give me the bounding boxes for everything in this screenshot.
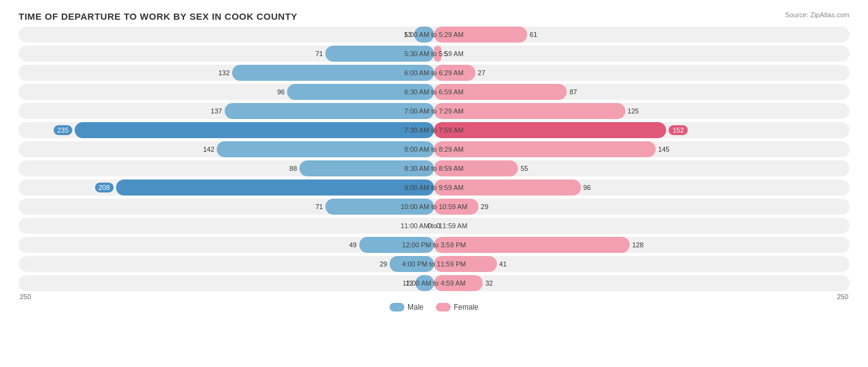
- female-value: 125: [628, 107, 639, 115]
- table-row: 7:00 AM to 7:29 AM137125: [19, 102, 849, 120]
- axis-right: 250: [837, 293, 848, 300]
- legend-male-label: Male: [407, 303, 424, 311]
- female-value: 128: [632, 241, 643, 249]
- female-value: 32: [485, 279, 493, 287]
- male-swatch: [390, 303, 404, 311]
- table-row: 5:00 AM to 5:29 AM1361: [19, 25, 849, 43]
- female-value: 27: [478, 69, 485, 76]
- male-value: 132: [219, 69, 230, 76]
- male-value: 49: [349, 241, 356, 249]
- male-value: 235: [54, 125, 72, 135]
- time-label: 5:30 AM to 5:59 AM: [404, 50, 464, 57]
- female-value: 96: [583, 184, 591, 191]
- table-row: 4:00 PM to 11:59 PM2941: [19, 255, 849, 273]
- axis-left: 250: [20, 293, 31, 300]
- male-bar: [75, 122, 434, 138]
- male-value: 13: [404, 31, 412, 38]
- time-label: 6:00 AM to 6:29 AM: [404, 69, 464, 76]
- chart-title: TIME OF DEPARTURE TO WORK BY SEX IN COOK…: [19, 11, 849, 22]
- male-value: 71: [315, 50, 323, 57]
- table-row: 12:00 AM to 4:59 AM1232: [19, 274, 849, 292]
- axis-labels: 250 250: [19, 293, 849, 300]
- chart-container: TIME OF DEPARTURE TO WORK BY SEX IN COOK…: [0, 0, 868, 367]
- male-value: 88: [290, 165, 297, 172]
- source-label: Source: ZipAtlas.com: [785, 11, 849, 19]
- time-label: 8:00 AM to 8:29 AM: [404, 146, 464, 153]
- time-label: 10:00 AM to 10:59 AM: [401, 203, 467, 210]
- female-value: 41: [499, 260, 507, 268]
- male-bar: [225, 103, 434, 119]
- time-label: 5:00 AM to 5:29 AM: [404, 31, 464, 38]
- rows-wrapper: 5:00 AM to 5:29 AM13615:30 AM to 5:59 AM…: [19, 25, 849, 292]
- table-row: 6:30 AM to 6:59 AM9687: [19, 83, 849, 101]
- time-label: 7:30 AM to 7:59 AM: [404, 126, 464, 134]
- male-value: 12: [406, 279, 413, 287]
- legend-female-label: Female: [454, 303, 478, 311]
- time-label: 7:00 AM to 7:29 AM: [404, 107, 464, 115]
- female-value: 5: [444, 50, 448, 57]
- male-value: 142: [203, 146, 214, 153]
- legend-male: Male: [390, 303, 424, 311]
- table-row: 8:00 AM to 8:29 AM142145: [19, 140, 849, 158]
- male-value: 96: [277, 88, 285, 96]
- female-bar: [434, 141, 656, 157]
- male-value: 137: [211, 107, 222, 115]
- time-label: 11:00 AM to 11:59 AM: [401, 222, 467, 229]
- male-value: 71: [315, 203, 323, 210]
- time-label: 12:00 PM to 3:59 PM: [402, 241, 465, 249]
- table-row: 8:30 AM to 8:59 AM8855: [19, 159, 849, 177]
- table-row: 6:00 AM to 6:29 AM13227: [19, 64, 849, 81]
- female-value: 61: [530, 31, 537, 38]
- female-value: 0: [436, 222, 440, 229]
- male-bar: [116, 179, 434, 196]
- table-row: 10:00 AM to 10:59 AM7129: [19, 197, 849, 215]
- female-bar: [434, 122, 666, 138]
- male-value: 29: [380, 260, 387, 268]
- male-bar: [232, 65, 434, 81]
- male-value: 208: [95, 183, 114, 192]
- female-value: 152: [669, 125, 687, 135]
- legend-female: Female: [436, 303, 478, 311]
- male-bar: [217, 141, 434, 157]
- time-label: 8:30 AM to 8:59 AM: [404, 165, 464, 172]
- female-value: 55: [520, 165, 528, 172]
- female-value: 29: [481, 203, 488, 210]
- time-label: 6:30 AM to 6:59 AM: [404, 88, 464, 96]
- time-label: 4:00 PM to 11:59 PM: [402, 260, 465, 268]
- female-swatch: [436, 303, 451, 311]
- female-value: 145: [658, 146, 669, 153]
- time-label: 9:00 AM to 9:59 AM: [404, 184, 464, 191]
- table-row: 5:30 AM to 5:59 AM715: [19, 44, 849, 62]
- chart-area: 5:00 AM to 5:29 AM13615:30 AM to 5:59 AM…: [19, 25, 849, 320]
- table-row: 12:00 PM to 3:59 PM49128: [19, 236, 849, 254]
- male-value: 0: [428, 222, 432, 229]
- table-row: 11:00 AM to 11:59 AM00: [19, 216, 849, 234]
- female-value: 87: [569, 88, 577, 96]
- table-row: 7:30 AM to 7:59 AM235152: [19, 121, 849, 139]
- table-row: 9:00 AM to 9:59 AM20896: [19, 178, 849, 196]
- legend: Male Female: [19, 303, 849, 311]
